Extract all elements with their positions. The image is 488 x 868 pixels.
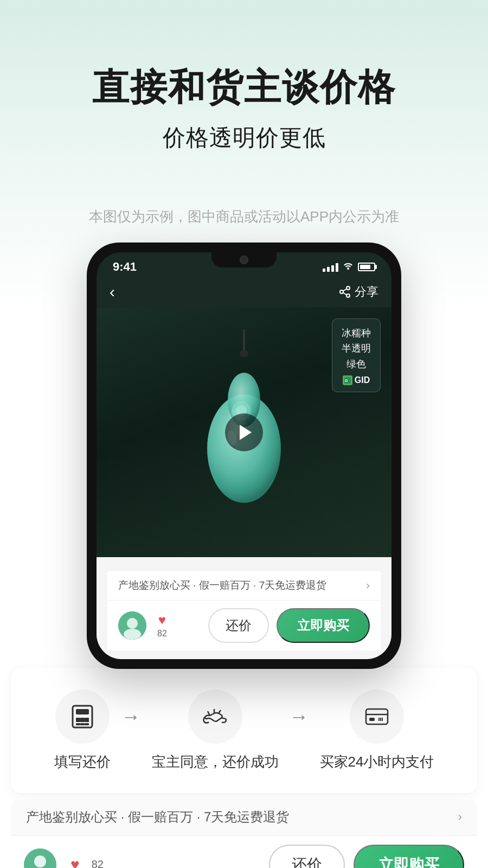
bottom-guarantee-row[interactable]: 产地鉴别放心买 · 假一赔百万 · 7天免运费退货 › xyxy=(11,799,477,836)
likes-badge: ♥ 82 xyxy=(157,612,167,639)
product-image-area: 冰糯种 半透明 绿色 G GID xyxy=(97,308,391,557)
status-time: 9:41 xyxy=(113,260,137,274)
share-button[interactable]: 分享 xyxy=(338,284,378,300)
bottom-heart-icon: ♥ xyxy=(70,856,80,868)
app-nav-bar: ‹ 分享 xyxy=(97,278,391,308)
cert-logo-icon: G xyxy=(343,375,352,385)
bottom-action-buttons: 还价 立即购买 xyxy=(269,845,464,868)
svg-rect-24 xyxy=(80,723,85,725)
svg-point-6 xyxy=(240,350,248,357)
phone-notch xyxy=(211,252,277,267)
process-step-2: 宝主同意，还价成功 xyxy=(152,690,279,771)
arrow-1-icon: → xyxy=(121,705,141,728)
bottom-avatar-image xyxy=(24,848,56,868)
status-icons xyxy=(323,261,375,272)
svg-rect-21 xyxy=(80,718,85,722)
play-button[interactable] xyxy=(225,413,263,451)
cert-logo-text: GID xyxy=(355,375,370,385)
action-buttons: 还价 立即购买 xyxy=(208,608,370,643)
guarantee-arrow-icon: › xyxy=(366,579,370,591)
step3-icon-circle xyxy=(350,690,404,744)
cert-badge: 冰糯种 半透明 绿色 G GID xyxy=(332,318,381,392)
cert-line-2: 半透明 xyxy=(340,341,373,356)
header-section: 直接和货主谈价格 价格透明价更低 xyxy=(0,0,488,175)
svg-rect-23 xyxy=(76,723,80,725)
camera-cutout xyxy=(240,256,248,264)
cert-line-1: 冰糯种 xyxy=(340,326,373,341)
share-icon xyxy=(338,285,351,298)
share-label: 分享 xyxy=(355,284,378,300)
svg-point-0 xyxy=(346,286,350,290)
bottom-seller-avatar[interactable] xyxy=(24,848,56,868)
main-title: 直接和货主谈价格 xyxy=(92,65,396,110)
phone-screen: 9:41 xyxy=(97,252,391,659)
phone-action-bar: ♥ 82 还价 立即购买 xyxy=(107,600,381,650)
avatar-image xyxy=(118,611,146,640)
gid-icon: G xyxy=(344,377,351,384)
seller-avatar[interactable] xyxy=(118,611,146,640)
step3-label: 买家24小时内支付 xyxy=(320,752,434,771)
arrow-2-icon: → xyxy=(290,705,309,728)
guarantee-bar[interactable]: 产地鉴别放心买 · 假一赔百万 · 7天免运费退货 › xyxy=(107,570,381,600)
svg-rect-19 xyxy=(76,709,89,714)
svg-point-2 xyxy=(346,294,350,297)
bottom-likes-count: 82 xyxy=(92,858,104,868)
bottom-buy-button[interactable]: 立即购买 xyxy=(354,845,464,868)
process-section: 填写还价 → 宝主同意，还价成功 → xyxy=(11,668,477,793)
bottom-action-row: ♥ 82 还价 立即购买 xyxy=(11,836,477,868)
phone-mockup: 9:41 xyxy=(87,242,401,669)
signal-icon xyxy=(323,262,338,272)
bottom-counter-offer-button[interactable]: 还价 xyxy=(269,845,345,868)
wifi-icon xyxy=(343,261,354,272)
svg-point-16 xyxy=(127,618,138,629)
cert-line-3: 绿色 xyxy=(340,356,373,372)
svg-point-1 xyxy=(340,290,343,293)
process-steps-row: 填写还价 → 宝主同意，还价成功 → xyxy=(38,690,450,771)
step2-label: 宝主同意，还价成功 xyxy=(152,752,279,771)
phone-frame: 9:41 xyxy=(87,242,401,669)
play-triangle-icon xyxy=(240,425,252,440)
sub-title: 价格透明价更低 xyxy=(163,123,326,153)
buy-now-button[interactable]: 立即购买 xyxy=(277,608,370,643)
svg-line-3 xyxy=(343,292,347,295)
bottom-guarantee-text: 产地鉴别放心买 · 假一赔百万 · 7天免运费退货 xyxy=(26,808,289,826)
bottom-bar: 产地鉴别放心买 · 假一赔百万 · 7天免运费退货 › ♥ 82 还价 立即购买 xyxy=(11,799,477,868)
svg-line-4 xyxy=(343,289,347,291)
page-container: 直接和货主谈价格 价格透明价更低 本图仅为示例，图中商品或活动以APP内公示为准… xyxy=(0,0,488,868)
svg-rect-22 xyxy=(85,718,89,722)
counter-offer-button[interactable]: 还价 xyxy=(208,608,269,643)
svg-line-28 xyxy=(219,710,221,713)
step1-icon-circle xyxy=(55,690,110,744)
svg-rect-31 xyxy=(369,718,375,721)
step1-label: 填写还价 xyxy=(54,752,111,771)
handshake-icon xyxy=(201,703,229,731)
svg-point-36 xyxy=(34,856,46,867)
guarantee-text: 产地鉴别放心买 · 假一赔百万 · 7天免运费退货 xyxy=(118,578,326,592)
process-step-3: 买家24小时内支付 xyxy=(320,690,434,771)
payment-icon xyxy=(363,703,391,731)
svg-rect-29 xyxy=(366,709,388,724)
back-button[interactable]: ‹ xyxy=(110,283,115,301)
svg-point-17 xyxy=(124,629,141,640)
calculator-icon xyxy=(68,703,97,731)
disclaimer-text: 本图仅为示例，图中商品或活动以APP内公示为准 xyxy=(89,207,399,226)
battery-icon xyxy=(358,263,375,271)
svg-rect-25 xyxy=(85,723,89,725)
phone-bottom-panel: 产地鉴别放心买 · 假一赔百万 · 7天免运费退货 › xyxy=(97,557,391,659)
heart-icon: ♥ xyxy=(158,612,166,628)
cert-logo: G GID xyxy=(340,375,373,385)
likes-count: 82 xyxy=(157,629,167,639)
svg-text:G: G xyxy=(345,379,348,382)
step2-icon-circle xyxy=(188,690,242,744)
svg-rect-20 xyxy=(76,718,80,722)
bottom-guarantee-arrow-icon: › xyxy=(458,810,462,824)
process-step-1: 填写还价 xyxy=(54,690,111,771)
